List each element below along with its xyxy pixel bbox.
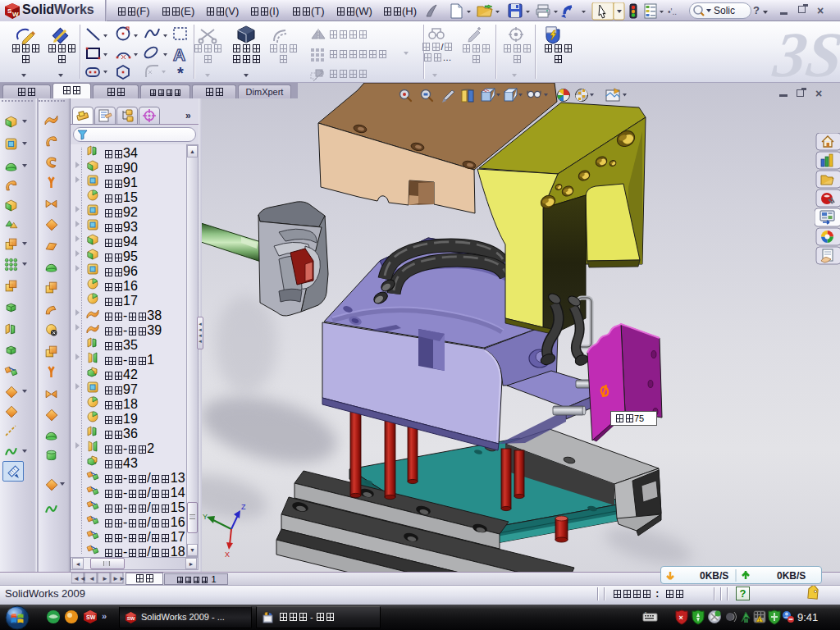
svg-text:X: X [225,550,230,559]
svg-text:►►: ►► [112,575,124,582]
svg-text:×: × [679,614,683,622]
svg-text:W: W [12,11,19,18]
svg-text:Y: Y [203,513,208,521]
svg-text:*: * [177,64,184,82]
svg-text:Z: Z [241,503,246,511]
svg-text:•'..: •'.. [668,7,677,16]
svg-text:►: ► [102,575,108,582]
svg-text:0KB/S: 0KB/S [700,570,728,582]
svg-text:[]: [] [645,611,646,615]
svg-text:◄◄: ◄◄ [73,575,86,582]
svg-text:0KB/S: 0KB/S [777,570,806,582]
svg-text:»: » [102,611,107,621]
svg-text:SW: SW [86,614,96,620]
svg-text:A: A [173,45,185,64]
svg-text:◄: ◄ [89,575,95,582]
svg-text:SW: SW [127,615,135,621]
